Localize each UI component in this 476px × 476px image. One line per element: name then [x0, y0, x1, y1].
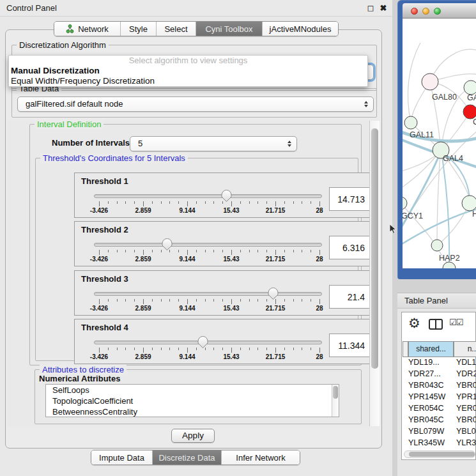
tab-label: Style	[129, 24, 148, 34]
table-row[interactable]: YBR045CYBR0	[403, 415, 476, 427]
list-item-topologicalcoefficient[interactable]: TopologicalCoefficient	[46, 395, 339, 406]
column-header-shared[interactable]: shared...	[408, 341, 454, 357]
slider-tick	[178, 201, 179, 204]
tab-discretize-data[interactable]: Discretize Data	[153, 450, 222, 464]
slider-tick	[222, 348, 223, 350]
threshold-label: Threshold 1	[81, 176, 128, 186]
threshold-value-field[interactable]	[329, 334, 370, 357]
table-rows: YDL19...YDL1YDR27...YDR2YBR043CYBR0YPR14…	[403, 358, 476, 452]
table-row[interactable]: YER054CYER0	[403, 404, 476, 415]
slider-tick	[187, 348, 188, 353]
main-scrollbar-thumb[interactable]	[371, 128, 378, 369]
GAL11-node[interactable]	[404, 116, 417, 129]
gear-icon[interactable]: ⚙	[408, 316, 420, 331]
HAP2-node[interactable]	[431, 240, 443, 251]
bottom-node[interactable]	[443, 262, 456, 268]
num-intervals-spinner[interactable]: 5	[130, 136, 297, 151]
slider-tick-label: 2.859	[127, 256, 159, 263]
close-icon[interactable]: ✖	[378, 3, 388, 13]
cell-shared-name: YDL19...	[408, 358, 440, 367]
network-edge[interactable]	[437, 154, 440, 242]
numerical-attributes-label: Numerical Attributes	[39, 374, 120, 383]
column-header-name[interactable]: n...	[454, 341, 476, 357]
tab-label: Cyni Toolbox	[205, 24, 252, 34]
table-row[interactable]: YDL19...YDL1	[403, 358, 476, 369]
checkbox-pair-icon[interactable]: ☑☑	[449, 318, 463, 327]
slider-tick	[293, 250, 294, 252]
slider-tick-label: 15.43	[215, 305, 247, 312]
slider-thumb[interactable]	[197, 335, 209, 351]
table-row[interactable]: YBL079WYBL0	[403, 427, 476, 438]
control-panel-titlebar: Control Panel ◻ ✖	[0, 0, 392, 17]
slider-tick	[152, 348, 153, 350]
attributes-group: Attributes to discretize Numerical Attri…	[35, 369, 362, 424]
slider-tick	[108, 250, 109, 252]
H-node[interactable]	[462, 196, 476, 211]
slider-tick	[161, 348, 162, 350]
tab-impute-data[interactable]: Impute Data	[91, 450, 153, 464]
slider-tick	[275, 250, 276, 255]
slider-tick	[240, 348, 241, 350]
slider-tick	[311, 201, 311, 204]
table-data-combobox[interactable]: galFiltered.sif default node	[17, 96, 374, 112]
slider-tick	[231, 299, 232, 304]
list-item-betweennesscentrality[interactable]: BetweennessCentrality	[46, 406, 339, 417]
tab-style[interactable]: Style	[121, 22, 157, 36]
node-label-gcy1: GCY1	[403, 211, 423, 220]
cell-name: YBR0	[456, 415, 476, 424]
list-scrollbar[interactable]	[332, 385, 339, 417]
list-item-selfloops[interactable]: SelfLoops	[46, 385, 339, 395]
top-right-node[interactable]	[464, 81, 476, 95]
node-label-gal80: GAL80	[432, 93, 457, 102]
zoom-traffic-light-icon[interactable]	[434, 8, 441, 15]
table-row[interactable]: YPR145WYPR1	[403, 392, 476, 404]
node-label-c: C	[473, 118, 476, 127]
slider-tick	[257, 201, 258, 204]
slider-tick-label: -3.426	[83, 256, 115, 263]
tab-select[interactable]: Select	[157, 22, 196, 36]
popup-hint: Select algorithm to view settings	[9, 56, 367, 66]
slider-tick	[222, 299, 223, 302]
slider-tick	[319, 348, 320, 353]
minimize-traffic-light-icon[interactable]	[422, 8, 429, 15]
network-edge[interactable]	[403, 203, 433, 242]
tab-infer-network[interactable]: Infer Network	[222, 450, 300, 464]
slider-tick	[257, 299, 258, 302]
network-window-titlebar[interactable]	[403, 3, 476, 19]
threshold-label: Threshold 4	[81, 323, 128, 332]
popup-option-manual-discretization[interactable]: Manual Discretization	[9, 66, 367, 76]
tab-jactivemnodules[interactable]: jActiveMNodules	[263, 22, 338, 36]
split-table-icon[interactable]	[429, 319, 443, 330]
network-canvas[interactable]: GAL80GACGAL11GAL4GCY1HHAP2	[403, 19, 476, 268]
tab-label: Impute Data	[99, 453, 144, 463]
node-label-hap2: HAP2	[439, 254, 460, 263]
cell-shared-name: YBL079W	[408, 427, 444, 436]
group-title: Threshold's Coordinates for 5 Intervals	[40, 153, 188, 163]
attributes-list[interactable]: SelfLoopsTopologicalCoefficientBetweenne…	[45, 384, 339, 417]
GAL80-node[interactable]	[422, 73, 438, 90]
slider-track[interactable]	[94, 292, 322, 296]
tab-label: Select	[164, 24, 187, 34]
slider-thumb[interactable]	[161, 238, 173, 254]
GCY1-node[interactable]	[403, 197, 407, 210]
tab-network[interactable]: Network	[54, 22, 121, 36]
threshold-value-field[interactable]	[329, 285, 370, 309]
red-node[interactable]	[463, 105, 476, 119]
popup-option-equal-width-frequency-discretization[interactable]: Equal Width/Frequency Discretization	[9, 76, 367, 86]
tab-cyni-toolbox[interactable]: Cyni Toolbox	[196, 22, 263, 36]
table-row[interactable]: YLR345WYLR3	[403, 438, 476, 450]
slider-thumb[interactable]	[220, 189, 233, 205]
slider-tick	[231, 250, 232, 255]
threshold-value-field[interactable]	[329, 187, 370, 211]
close-traffic-light-icon[interactable]	[411, 8, 418, 15]
slider-track[interactable]	[94, 243, 322, 247]
float-window-icon[interactable]: ◻	[365, 3, 376, 13]
main-scrollbar[interactable]	[369, 121, 380, 426]
table-hscrollbar[interactable]	[404, 450, 475, 458]
slider-thumb[interactable]	[267, 287, 279, 303]
table-row[interactable]: YBR043CYBR0	[403, 381, 476, 392]
table-row[interactable]: YDR27...YDR2	[403, 369, 476, 381]
slider-track[interactable]	[94, 194, 322, 198]
threshold-value-field[interactable]	[329, 236, 370, 259]
apply-button[interactable]: Apply	[171, 429, 215, 443]
